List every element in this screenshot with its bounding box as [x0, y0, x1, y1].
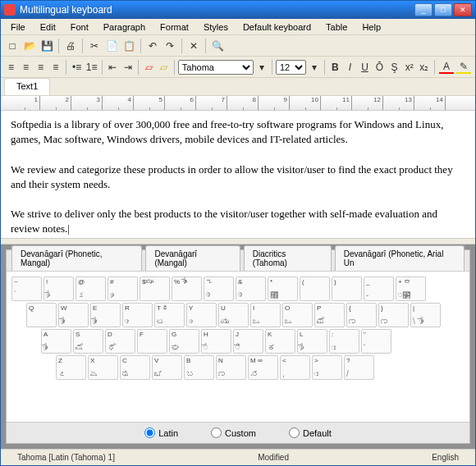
menu-edit[interactable]: Edit	[34, 21, 62, 34]
keyboard-key[interactable]: Lೊ	[297, 329, 327, 354]
keyboard-key[interactable]: (	[300, 276, 330, 301]
numbers-icon[interactable]: 1≡	[85, 59, 98, 75]
kb-tab-devanagari-phonetic-arial[interactable]: Devanāgarī (Phonetic, Arial Un	[335, 245, 465, 271]
subscript-button[interactable]: x₂	[417, 59, 431, 75]
superscript-button[interactable]: x²	[402, 59, 416, 75]
menu-help[interactable]: Help	[355, 21, 387, 34]
keyboard-key[interactable]: Rೕ	[122, 303, 153, 327]
keyboard-key[interactable]: Oಒ	[282, 303, 313, 327]
keyboard-key[interactable]: Z೭	[56, 355, 86, 380]
find-icon[interactable]: 🔍	[209, 38, 226, 54]
align-right-icon[interactable]: ≡	[34, 59, 48, 75]
cut-icon[interactable]: ✂	[86, 38, 103, 54]
keyboard-key[interactable]: >ಃ	[312, 355, 342, 380]
document-tab[interactable]: Text1	[4, 78, 50, 95]
splitter[interactable]	[1, 238, 475, 244]
menu-default-keyboard[interactable]: Default keyboard	[236, 21, 318, 34]
keyboard-key[interactable]: <,	[280, 355, 310, 380]
keyboard-key[interactable]: Cಢ	[120, 355, 150, 380]
font-color-button[interactable]: A	[438, 59, 455, 75]
align-left-icon[interactable]: ≡	[4, 59, 18, 75]
text-editor[interactable]: Softpedia is a library of over 300,000 f…	[1, 111, 475, 238]
menu-file[interactable]: File	[4, 21, 32, 34]
keyboard-key[interactable]: }ಣ	[378, 303, 409, 327]
menu-paragraph[interactable]: Paragraph	[97, 21, 152, 34]
new-doc-icon[interactable]: □	[4, 38, 21, 54]
minimize-button[interactable]: _	[414, 3, 433, 16]
paste-icon[interactable]: 📋	[121, 38, 137, 54]
keyboard-key[interactable]: Aೋ	[41, 329, 71, 354]
keyboard-key[interactable]: Uಯು	[218, 303, 249, 327]
size-select[interactable]: 12	[276, 60, 306, 75]
indent-right-icon[interactable]: ⇥	[121, 59, 135, 75]
keyboard-key[interactable]: + ೞ ೳ	[396, 276, 426, 301]
fill-yellow-icon[interactable]: ▱	[157, 59, 171, 75]
align-justify-icon[interactable]: ≡	[48, 59, 62, 75]
keyboard-key[interactable]: M ∞ನ	[248, 355, 278, 380]
menu-table[interactable]: Table	[319, 21, 354, 34]
keyboard-key[interactable]: Bಬ	[184, 355, 214, 380]
keyboard-key[interactable]: F	[137, 329, 167, 354]
keyboard-key[interactable]: Nಣ	[216, 355, 246, 380]
radio-default[interactable]: Default	[289, 427, 332, 438]
font-select[interactable]: Tahoma	[178, 60, 254, 75]
italic-button[interactable]: I	[343, 59, 357, 75]
size-dropdown-icon[interactable]: ▾	[307, 59, 321, 75]
keyboard-key[interactable]: #ೂ	[108, 276, 138, 301]
keyboard-key[interactable]: Xಏ	[88, 355, 118, 380]
keyboard-key[interactable]: T ಥಟ	[154, 303, 185, 327]
bullets-icon[interactable]: •≡	[70, 59, 84, 75]
keyboard-key[interactable]: % ೋ	[172, 276, 202, 301]
fill-red-icon[interactable]: ▱	[142, 59, 156, 75]
maximize-button[interactable]: □	[434, 3, 452, 16]
keyboard-key[interactable]: @ಽ	[76, 276, 106, 301]
align-center-icon[interactable]: ≡	[19, 59, 33, 75]
keyboard-key[interactable]: Jೆ್	[233, 329, 263, 354]
kb-tab-devanagari-mangal[interactable]: Devanāgarī (Mangal)	[145, 245, 240, 271]
keyboard-key[interactable]: )	[332, 276, 362, 301]
kb-tab-devanagari-phonetic-mangal[interactable]: Devanāgarī (Phonetic, Mangal)	[11, 245, 142, 271]
overline-button[interactable]: Ō	[373, 59, 387, 75]
keyboard-key[interactable]: *಻	[268, 276, 298, 301]
keyboard-key[interactable]: $ಋೂ	[140, 276, 170, 301]
keyboard-key[interactable]: "'	[361, 329, 391, 354]
keyboard-key[interactable]: ೡಾ	[204, 276, 234, 301]
font-dropdown-icon[interactable]: ▾	[254, 59, 268, 75]
keyboard-key[interactable]: Hೆ	[201, 329, 231, 354]
keyboard-key[interactable]: Dಧೆ	[105, 329, 135, 354]
radio-custom[interactable]: Custom	[211, 427, 256, 438]
underline-button[interactable]: U	[358, 59, 372, 75]
undo-icon[interactable]: ↶	[144, 38, 161, 54]
indent-left-icon[interactable]: ⇤	[106, 59, 120, 75]
radio-latin[interactable]: Latin	[144, 427, 178, 438]
keyboard-key[interactable]: |\ ೋ	[410, 303, 441, 327]
menu-format[interactable]: Format	[153, 21, 195, 34]
highlight-button[interactable]: ✎	[455, 59, 472, 75]
keyboard-key[interactable]: Wೋ	[58, 303, 89, 327]
keyboard-key[interactable]: !ೊ	[43, 276, 74, 301]
close-button[interactable]: ✕	[454, 3, 472, 16]
keyboard-key[interactable]: Iಒ	[250, 303, 281, 327]
keyboard-key[interactable]: Gಘ	[169, 329, 199, 354]
bold-button[interactable]: B	[328, 59, 342, 75]
keyboard-key[interactable]: Kಕ	[265, 329, 295, 354]
keyboard-key[interactable]: Sಷೆ	[73, 329, 103, 354]
keyboard-key[interactable]: ?/	[344, 355, 374, 380]
cedilla-button[interactable]: Ş	[387, 59, 401, 75]
kb-tab-diacritics-tahoma[interactable]: Diacritics (Tahoma)	[244, 245, 332, 271]
clear-icon[interactable]: ✕	[185, 38, 202, 54]
keyboard-key[interactable]: :ಃ	[329, 329, 359, 354]
menu-font[interactable]: Font	[64, 21, 95, 34]
menu-styles[interactable]: Styles	[197, 21, 235, 34]
save-icon[interactable]: 💾	[39, 38, 55, 54]
keyboard-key[interactable]: Vಛ	[152, 355, 182, 380]
keyboard-key[interactable]: Eೋ	[90, 303, 121, 327]
ruler[interactable]: 1234567891011121314	[1, 96, 475, 111]
keyboard-key[interactable]: &ಾ	[236, 276, 266, 301]
keyboard-key[interactable]: ~`	[11, 276, 42, 301]
keyboard-key[interactable]: Pಫೆ	[314, 303, 345, 327]
open-icon[interactable]: 📂	[21, 38, 38, 54]
redo-icon[interactable]: ↷	[162, 38, 178, 54]
keyboard-key[interactable]: _-	[364, 276, 394, 301]
print-icon[interactable]: 🖨	[62, 38, 79, 54]
